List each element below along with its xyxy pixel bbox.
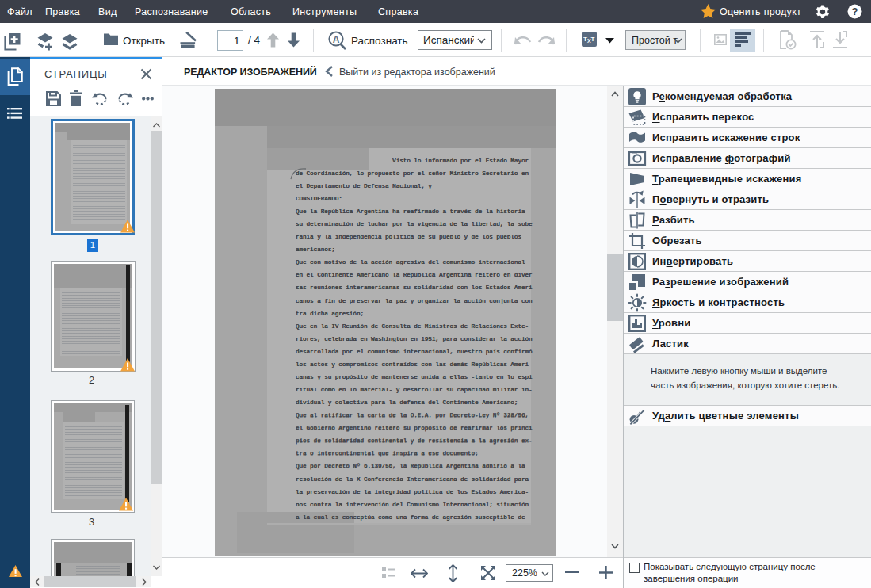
svg-text:A: A bbox=[333, 34, 340, 45]
svg-text:?: ? bbox=[851, 6, 858, 17]
